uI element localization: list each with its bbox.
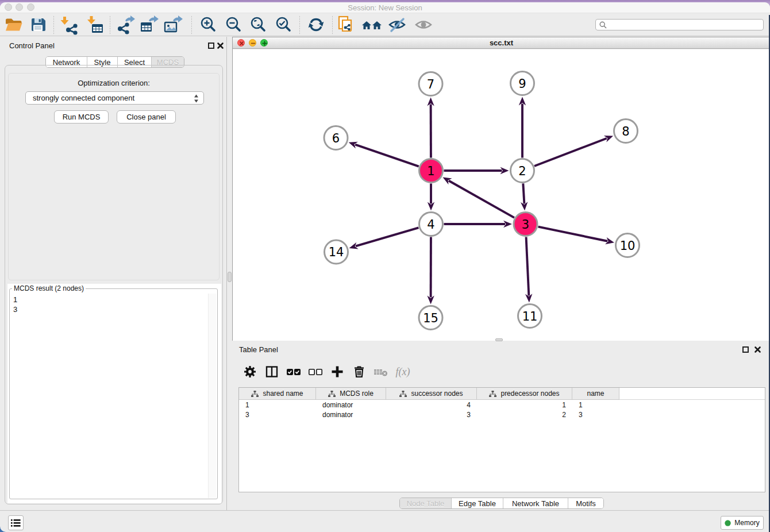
optimization-criterion-label: Optimization criterion: <box>5 79 222 87</box>
toolbar-separator <box>110 16 110 34</box>
edge-2-3[interactable] <box>523 183 524 203</box>
export-network-button[interactable] <box>115 14 137 36</box>
table-row[interactable]: 1dominator411 <box>239 400 619 410</box>
import-table-button[interactable] <box>83 14 105 36</box>
column-header-shared-name[interactable]: shared name <box>239 388 316 400</box>
open-session-button[interactable] <box>2 14 24 36</box>
main-area: Control Panel NetworkStyleSelectMCDS Opt… <box>0 37 770 510</box>
column-header-MCDS-role[interactable]: MCDS role <box>316 388 386 400</box>
delete-column-button[interactable] <box>348 363 370 381</box>
zoom-selected-button[interactable] <box>272 14 294 36</box>
table-tabs: Node TableEdge TableNetwork TableMotifs <box>399 498 604 509</box>
hide-selected-button[interactable] <box>386 14 408 36</box>
table-panel-close-button[interactable] <box>754 346 761 353</box>
unselect-all-columns-button[interactable] <box>305 363 326 381</box>
export-image-button[interactable] <box>163 14 184 36</box>
function-builder-button[interactable]: f(x) <box>392 363 414 381</box>
control-panel-close-button[interactable] <box>217 42 224 49</box>
table-panel-float-button[interactable] <box>742 346 749 353</box>
tab-motifs[interactable]: Motifs <box>568 498 603 508</box>
mcds-result-panel: MCDS result (2 nodes) 13 <box>7 284 221 503</box>
table-cell[interactable]: 1 <box>239 400 316 410</box>
toolbar-separator <box>191 16 192 34</box>
graph-node-label-4: 4 <box>427 218 434 232</box>
zoom-fit-button[interactable] <box>247 14 269 36</box>
graph-node-label-8: 8 <box>622 125 629 138</box>
new-network-from-selection-icon <box>336 14 356 35</box>
select-all-columns-button[interactable] <box>283 363 305 381</box>
table-row[interactable]: 3dominator323 <box>239 410 619 420</box>
show-column-button[interactable] <box>261 363 283 381</box>
close-panel-button[interactable]: Close panel <box>117 110 176 124</box>
edge-1-6[interactable] <box>355 145 419 167</box>
edge-3-11[interactable] <box>526 237 529 295</box>
graph-node-label-10: 10 <box>620 239 636 253</box>
table-cell[interactable]: dominator <box>316 410 386 420</box>
refresh-icon <box>306 14 326 35</box>
save-session-button[interactable] <box>27 14 49 36</box>
zoom-in-icon <box>198 14 218 35</box>
table-cell[interactable]: 3 <box>239 410 316 420</box>
result-scrollbar[interactable] <box>208 294 216 498</box>
tab-network-table[interactable]: Network Table <box>503 498 568 508</box>
graph-node-label-2: 2 <box>518 164 526 178</box>
column-header-predecessor-nodes[interactable]: predecessor nodes <box>477 388 572 400</box>
table-cell[interactable]: dominator <box>316 400 386 410</box>
mcds-result-list[interactable]: 13 <box>11 294 217 498</box>
import-network-button[interactable] <box>58 14 80 36</box>
zoom-out-icon <box>223 14 244 35</box>
memory-label: Memory <box>734 519 759 527</box>
show-all-button[interactable] <box>413 14 434 36</box>
add-column-button[interactable] <box>326 363 348 381</box>
edge-4-14[interactable] <box>356 228 418 246</box>
run-mcds-button[interactable]: Run MCDS <box>54 110 109 124</box>
export-table-icon <box>139 14 160 35</box>
new-network-from-selection-button[interactable] <box>335 14 357 36</box>
zoom-in-button[interactable] <box>197 14 219 36</box>
function-builder-icon: f(x) <box>396 366 410 378</box>
task-history-button[interactable] <box>8 515 24 530</box>
mcds-result-item[interactable]: 3 <box>13 304 217 314</box>
table-panel: Table Panel <box>232 341 770 510</box>
table-cell[interactable]: 1 <box>572 400 619 410</box>
network-window: scc.txt 1234678910111415 <box>232 37 770 341</box>
mcds-result-title: MCDS result (2 nodes) <box>12 284 86 292</box>
table-cell[interactable]: 4 <box>386 400 477 410</box>
mcds-tab-content: Optimization criterion: strongly connect… <box>5 65 223 504</box>
column-type-icon <box>399 391 407 397</box>
mcds-result-item[interactable]: 1 <box>13 295 217 304</box>
first-neighbors-icon <box>361 14 383 35</box>
horizontal-splitter-handle[interactable] <box>495 338 503 341</box>
table-cell[interactable]: 3 <box>386 410 477 420</box>
control-panel-float-button[interactable] <box>208 43 214 49</box>
table-options-gear-icon <box>243 365 257 379</box>
network-canvas[interactable]: 1234678910111415 <box>233 49 770 341</box>
zoom-out-button[interactable] <box>222 14 244 36</box>
search-input[interactable] <box>610 21 763 29</box>
criterion-select[interactable]: strongly connected component <box>25 91 204 105</box>
graph-node-label-1: 1 <box>427 164 434 178</box>
search-field[interactable] <box>595 19 764 30</box>
export-table-button[interactable] <box>138 14 160 36</box>
first-neighbors-button[interactable] <box>361 14 383 36</box>
edge-3-1[interactable] <box>449 180 514 217</box>
column-header-name[interactable]: name <box>572 388 619 400</box>
refresh-button[interactable] <box>305 14 327 36</box>
delete-table-icon <box>374 365 388 379</box>
vertical-splitter-handle[interactable] <box>228 272 232 282</box>
delete-table-button[interactable] <box>370 363 392 381</box>
table-cell[interactable]: 1 <box>477 400 572 410</box>
edge-2-8[interactable] <box>534 138 607 166</box>
graph-node-label-11: 11 <box>522 310 538 323</box>
tab-edge-table[interactable]: Edge Table <box>451 498 503 508</box>
table-cell[interactable]: 3 <box>572 410 619 420</box>
table-options-gear-button[interactable] <box>239 363 261 381</box>
network-window-title: scc.txt <box>233 38 770 47</box>
column-header-label: shared name <box>263 390 303 398</box>
edge-3-10[interactable] <box>538 227 608 241</box>
table-cell[interactable]: 2 <box>477 410 572 420</box>
tab-node-table[interactable]: Node Table <box>400 498 451 508</box>
memory-button[interactable]: Memory <box>721 516 764 530</box>
column-header-successor-nodes[interactable]: successor nodes <box>386 388 477 400</box>
export-image-icon <box>163 14 184 35</box>
